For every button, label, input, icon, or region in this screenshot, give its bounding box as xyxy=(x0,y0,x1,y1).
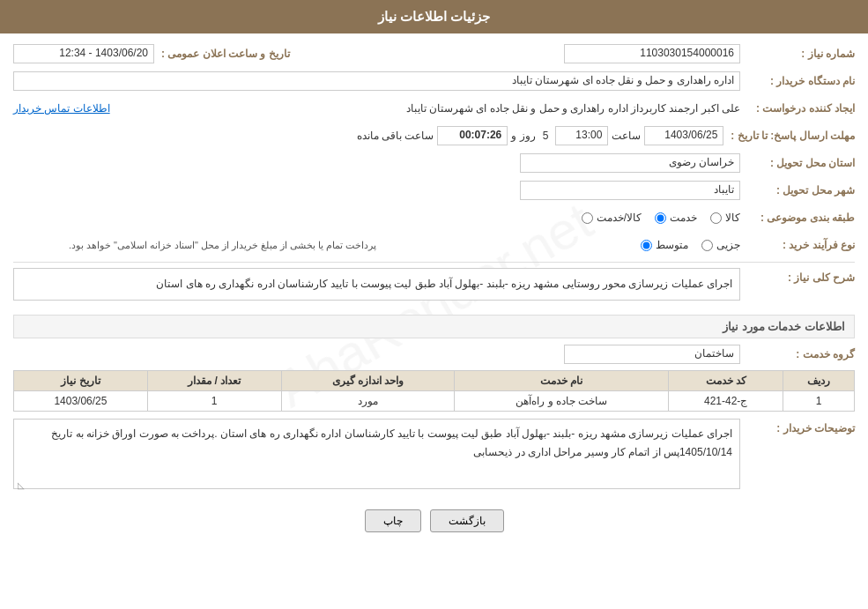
category-label: طبقه بندی موضوعی : xyxy=(740,212,855,224)
page-header: جزئیات اطلاعات نیاز xyxy=(0,0,868,33)
radio-kala-khedmat-input[interactable] xyxy=(582,212,593,224)
col-service-code: کد خدمت xyxy=(669,371,783,391)
response-deadline-section: 1403/06/25 ساعت 13:00 5 روز و 00:07:26 س… xyxy=(13,126,723,145)
page-title: جزئیات اطلاعات نیاز xyxy=(378,9,490,24)
radio-motavaset-label: متوسط xyxy=(656,239,688,251)
print-button[interactable]: چاپ xyxy=(365,509,421,532)
back-button[interactable]: بازگشت xyxy=(430,509,504,532)
category-radio-group: کالا خدمت کالا/خدمت xyxy=(13,212,740,224)
col-need-date: تاریخ نیاز xyxy=(14,371,148,391)
need-number-value: 1103030154000016 xyxy=(564,44,740,63)
radio-motavaset-input[interactable] xyxy=(641,240,652,251)
need-description-row: شرح کلی نیاز : اجرای عملیات زیرسازی محور… xyxy=(13,268,855,308)
col-service-name: نام خدمت xyxy=(455,371,669,391)
requester-label: ایجاد کننده درخواست : xyxy=(740,102,855,115)
resize-handle: ◺ xyxy=(16,478,25,486)
city-value: تایباد xyxy=(520,181,740,200)
service-group-value: ساختمان xyxy=(564,345,740,364)
radio-kala-khedmat[interactable]: کالا/خدمت xyxy=(582,212,642,224)
deadline-days-label: روز و xyxy=(511,130,535,142)
services-table: ردیف کد خدمت نام خدمت واحد اندازه گیری ت… xyxy=(13,370,855,412)
deadline-time-label: ساعت xyxy=(612,130,641,142)
services-table-section: ردیف کد خدمت نام خدمت واحد اندازه گیری ت… xyxy=(13,370,855,412)
buyer-org-label: نام دستگاه خریدار : xyxy=(740,75,855,87)
announcement-date-label: تاریخ و ساعت اعلان عمومی : xyxy=(154,48,290,60)
deadline-days: 5 xyxy=(543,130,549,142)
requester-value: علی اکبر ارجمند کاربرداز اداره راهداری و… xyxy=(117,100,740,116)
cell-unit: مورد xyxy=(281,391,455,412)
announcement-date-value: 1403/06/20 - 12:34 xyxy=(13,44,154,63)
radio-jozei-label: جزیی xyxy=(716,239,740,251)
remaining-label: ساعت باقی مانده xyxy=(357,130,434,142)
need-number-label: شماره نیاز : xyxy=(740,48,855,60)
cell-service-name: ساخت جاده و راه‌آهن xyxy=(455,391,669,412)
city-label: شهر محل تحویل : xyxy=(740,184,855,197)
need-number-row: شماره نیاز : 1103030154000016 تاریخ و سا… xyxy=(13,42,855,65)
response-deadline-row: مهلت ارسال پاسخ: تا تاریخ : 1403/06/25 س… xyxy=(13,124,855,147)
category-row: طبقه بندی موضوعی : کالا خدمت کالا/خدمت xyxy=(13,206,855,229)
need-description-box: اجرای عملیات زیرسازی محور روستایی مشهد ر… xyxy=(13,268,740,301)
radio-khedmat-label: خدمت xyxy=(670,212,697,224)
province-row: استان محل تحویل : خراسان رضوی xyxy=(13,152,855,175)
purchase-type-row: نوع فرآیند خرید : جزیی متوسط پرداخت تمام… xyxy=(13,234,855,256)
purchase-type-radio-group: جزیی متوسط xyxy=(377,239,741,251)
buyer-org-row: نام دستگاه خریدار : اداره راهداری و حمل … xyxy=(13,70,855,93)
buyer-notes-row: توضیحات خریدار : اجرای عملیات زیرسازی مش… xyxy=(13,419,855,496)
purchase-type-note: پرداخت تمام یا بخشی از مبلغ خریدار از مح… xyxy=(13,238,377,253)
buyer-notes-text: اجرای عملیات زیرسازی مشهد ریزه -بلبند -ب… xyxy=(51,427,732,457)
province-label: استان محل تحویل : xyxy=(740,157,855,169)
radio-khedmat-input[interactable] xyxy=(655,212,666,224)
contact-link[interactable]: اطلاعات تماس خریدار xyxy=(13,102,110,115)
cell-need-date: 1403/06/25 xyxy=(14,391,148,412)
service-group-label: گروه خدمت : xyxy=(740,348,855,360)
cell-row-num: 1 xyxy=(783,391,854,412)
radio-jozei-input[interactable] xyxy=(701,240,713,251)
province-value: خراسان رضوی xyxy=(520,153,740,173)
buyer-org-value: اداره راهداری و حمل و نقل جاده ای شهرستا… xyxy=(13,71,740,91)
cell-quantity: 1 xyxy=(147,391,281,412)
service-group-row: گروه خدمت : ساختمان xyxy=(13,343,855,366)
action-buttons: بازگشت چاپ xyxy=(13,501,855,541)
col-row-num: ردیف xyxy=(783,371,854,391)
response-deadline-label: مهلت ارسال پاسخ: تا تاریخ : xyxy=(723,130,855,142)
need-description-text: اجرای عملیات زیرسازی محور روستایی مشهد ر… xyxy=(156,278,732,290)
radio-kala-label: کالا xyxy=(725,212,740,224)
need-description-label: شرح کلی نیاز : xyxy=(740,271,855,284)
deadline-time: 13:00 xyxy=(555,126,608,145)
requester-row: ایجاد کننده درخواست : علی اکبر ارجمند کا… xyxy=(13,97,855,120)
radio-motavaset[interactable]: متوسط xyxy=(641,239,688,251)
buyer-notes-label: توضیحات خریدار : xyxy=(740,422,855,434)
col-unit: واحد اندازه گیری xyxy=(281,371,455,391)
col-quantity: تعداد / مقدار xyxy=(147,371,281,391)
buyer-notes-box: اجرای عملیات زیرسازی مشهد ریزه -بلبند -ب… xyxy=(13,419,740,489)
services-section-header: اطلاعات خدمات مورد نیاز xyxy=(13,315,855,338)
radio-kala[interactable]: کالا xyxy=(710,212,740,224)
radio-kala-khedmat-label: کالا/خدمت xyxy=(597,212,642,224)
cell-service-code: ج-42-421 xyxy=(669,391,783,412)
radio-kala-input[interactable] xyxy=(710,212,722,224)
remaining-time: 00:07:26 xyxy=(437,126,508,145)
city-row: شهر محل تحویل : تایباد xyxy=(13,179,855,202)
radio-jozei[interactable]: جزیی xyxy=(701,239,740,251)
radio-khedmat[interactable]: خدمت xyxy=(655,212,697,224)
purchase-type-label: نوع فرآیند خرید : xyxy=(740,239,855,251)
table-row: 1 ج-42-421 ساخت جاده و راه‌آهن مورد 1 14… xyxy=(14,391,855,412)
table-header-row: ردیف کد خدمت نام خدمت واحد اندازه گیری ت… xyxy=(14,371,855,391)
deadline-date: 1403/06/25 xyxy=(644,126,723,145)
